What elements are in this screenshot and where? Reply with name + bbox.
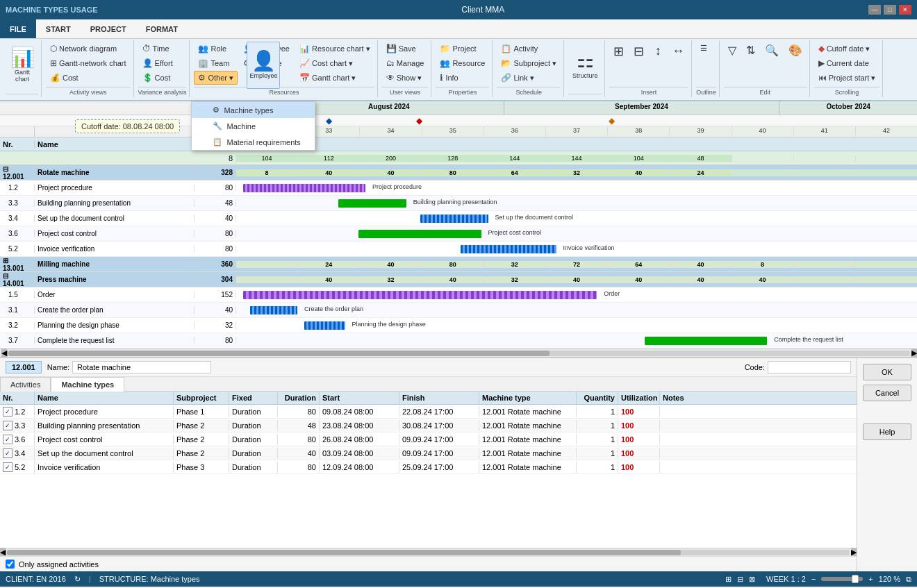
scroll-right-btn[interactable]: ▶: [911, 348, 917, 358]
tab-activities[interactable]: Activities: [0, 377, 51, 392]
activity-sched-button[interactable]: 📋 Activity: [497, 42, 561, 56]
tab-machine-types[interactable]: Machine types: [51, 377, 124, 392]
cost-chart-button[interactable]: 📈 Cost chart ▾: [295, 56, 374, 70]
menu-format[interactable]: FORMAT: [136, 19, 188, 38]
chk-52[interactable]: ✓: [3, 462, 13, 472]
btr-36-notes: [660, 438, 857, 441]
name-input[interactable]: [72, 361, 211, 373]
current-date-button[interactable]: ▶ Current date: [814, 56, 880, 70]
material-label: Material requirements: [226, 138, 300, 146]
link-button[interactable]: 🔗 Link ▾: [497, 71, 561, 85]
team-button[interactable]: 🏢 Team: [194, 56, 238, 70]
gantt-chart-label: Ganttchart: [15, 69, 30, 83]
code-input[interactable]: [768, 361, 851, 373]
machine-types-item[interactable]: ⚙ Machine types: [192, 102, 314, 118]
btr-12-sub: Phase 1: [174, 406, 229, 417]
cost-variance-icon: 💲: [142, 73, 153, 83]
row-14001-gantt: 40 32 40 32 40 40 40 40: [236, 276, 917, 283]
cutoff-callout: Cutoff date: 08.08.24 08:00: [75, 119, 180, 133]
resource-chart-button[interactable]: 📊 Resource chart ▾: [295, 42, 374, 56]
menu-file[interactable]: FILE: [0, 19, 36, 38]
bth-finish: Finish: [399, 392, 479, 404]
subproject-button[interactable]: 📂 Subproject ▾: [497, 56, 561, 70]
project-start-button[interactable]: ⏮ Project start ▾: [814, 71, 880, 85]
zoom-slider[interactable]: [821, 577, 863, 581]
structure-button[interactable]: ⚏ Structure: [568, 42, 602, 89]
menu-project[interactable]: PROJECT: [81, 19, 136, 38]
maximize-button[interactable]: □: [884, 5, 896, 15]
chk-34[interactable]: ✓: [3, 448, 13, 458]
menu-start[interactable]: START: [36, 19, 81, 38]
filter-button[interactable]: ▽: [724, 42, 741, 59]
outline-icon: ☰: [700, 44, 707, 53]
info-icon: ℹ: [440, 73, 443, 83]
project-button[interactable]: 📁 Project: [436, 42, 489, 56]
manage-button[interactable]: 🗂 Manage: [382, 56, 429, 70]
info-button[interactable]: ℹ Info: [436, 71, 489, 85]
material-requirements-item[interactable]: 📋 Material requirements: [192, 134, 314, 150]
gantt-chart-button[interactable]: 📊 Ganttchart: [6, 42, 39, 89]
cutoff-date-button[interactable]: ◆ Cutoff date ▾: [814, 42, 880, 56]
outline-btn[interactable]: ☰: [696, 42, 716, 55]
minimize-button[interactable]: —: [868, 5, 881, 15]
paint-button[interactable]: 🎨: [784, 42, 807, 59]
show-button[interactable]: 👁 Show ▾: [382, 71, 429, 85]
zoom-minus[interactable]: −: [811, 575, 816, 583]
diamond-blue-marker: ◆: [326, 116, 332, 126]
gantt-network-button[interactable]: ⊞ Gantt-network chart: [46, 56, 131, 70]
insert-btn-3[interactable]: ↕: [650, 42, 666, 87]
layout-icon-1[interactable]: ⊞: [725, 575, 732, 584]
chk-12[interactable]: ✓: [3, 407, 13, 417]
btr-34-finish: 09.09.24 17:00: [399, 448, 479, 459]
close-button[interactable]: ✕: [899, 5, 911, 15]
layout-icon-3[interactable]: ⊠: [749, 575, 755, 584]
only-assigned-checkbox[interactable]: [6, 560, 15, 569]
effort-button[interactable]: 👤 Effort: [138, 56, 187, 70]
help-button[interactable]: Help: [863, 423, 911, 440]
other-label: Other ▾: [208, 74, 233, 83]
row-12-name: Project procedure: [35, 184, 195, 192]
role-button[interactable]: 👥 Role: [194, 42, 238, 56]
structure-label: Structure: [572, 72, 598, 79]
insert-btn-4[interactable]: ↔: [668, 42, 688, 87]
cost-button[interactable]: 💰 Cost: [46, 71, 131, 85]
schedule-label: Schedule: [497, 87, 561, 96]
other-button[interactable]: ⚙ Other ▾: [194, 71, 238, 85]
cancel-button[interactable]: Cancel: [863, 385, 911, 401]
ok-button[interactable]: OK: [863, 364, 911, 380]
btr-12-mt: 12.001 Rotate machine: [479, 406, 577, 417]
en-32: 104: [236, 155, 298, 162]
search-button[interactable]: 🔍: [761, 42, 783, 59]
row-31-gantt: Create the order plan: [236, 303, 917, 318]
save-view-button[interactable]: 💾 Save: [382, 42, 429, 56]
machine-item[interactable]: 🔧 Machine: [192, 118, 314, 134]
zoom-reset[interactable]: ⧉: [906, 575, 911, 584]
variance-analysis-group: ⏱ Time 👤 Effort 💲 Cost Variance analysis: [135, 40, 190, 97]
refresh-icon[interactable]: ↻: [74, 575, 81, 584]
bottom-scrollbar[interactable]: ◀ ▶: [0, 548, 857, 556]
insert-icon-1: ⊞: [613, 44, 624, 59]
resource-button[interactable]: 👥 Resource: [436, 56, 489, 70]
cost-variance-button[interactable]: 💲 Cost: [138, 71, 187, 85]
row-12-nr: 1.2: [0, 184, 35, 192]
outline-label: Outline: [696, 87, 716, 96]
btr-33-dur: 48: [278, 420, 320, 431]
btr-34-name: Set up the document control: [35, 448, 174, 459]
employee-big-button[interactable]: 👤 Employee: [247, 42, 280, 89]
insert-btn-1[interactable]: ⊞: [609, 42, 628, 87]
scroll-left-btn[interactable]: ◀: [1, 348, 7, 358]
row-52-name: Invoice verification: [35, 245, 195, 253]
layout-icon-2[interactable]: ⊟: [737, 575, 743, 584]
r13-72: 72: [546, 261, 608, 268]
gantt-scrollbar[interactable]: ◀ ▶: [0, 348, 917, 357]
zoom-plus[interactable]: +: [868, 575, 873, 583]
gantt-chart-res-button[interactable]: 📅 Gantt chart ▾: [295, 71, 374, 85]
chk-36[interactable]: ✓: [3, 435, 13, 444]
edit-group: ▽ ⇅ 🔍 🎨 Edit: [721, 40, 810, 97]
sort-button[interactable]: ⇅: [742, 42, 759, 59]
btr-34-start: 03.09.24 08:00: [320, 448, 399, 459]
network-diagram-button[interactable]: ⬡ Network diagram: [46, 42, 131, 56]
time-button[interactable]: ⏱ Time: [138, 42, 187, 56]
chk-33[interactable]: ✓: [3, 421, 13, 430]
insert-btn-2[interactable]: ⊟: [629, 42, 648, 87]
